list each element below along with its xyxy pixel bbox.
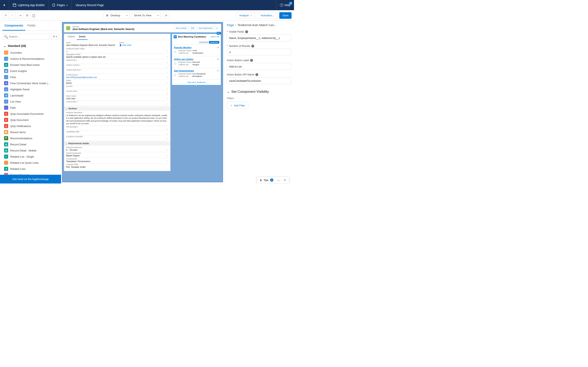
component-item[interactable]: ≣Related Lists xyxy=(2,166,59,172)
component-item[interactable]: 🔗Related List Quick Links xyxy=(2,160,59,166)
component-item[interactable]: ▤Record Detail xyxy=(2,141,59,147)
visibility-toggle[interactable]: ⌄ Set Component Visibility xyxy=(227,90,291,94)
edit-pencil-icon[interactable]: ✎ xyxy=(167,149,168,151)
component-item[interactable]: ≡Related List - Single xyxy=(2,154,59,160)
edit-pencil-icon[interactable]: ✎ xyxy=(167,50,168,52)
visible-fields-input[interactable] xyxy=(227,34,291,42)
resize-handle-icon[interactable] xyxy=(196,84,197,86)
component-item[interactable]: ≡Accordion xyxy=(2,50,59,56)
edit-pencil-icon[interactable]: ✎ xyxy=(167,56,168,58)
component-item[interactable]: ≡List View xyxy=(2,99,59,105)
minimize-icon[interactable]: — xyxy=(277,178,280,182)
component-item[interactable]: ⊞Flow Orchestrator Work Guide (... xyxy=(2,80,59,86)
back-button[interactable] xyxy=(0,0,9,10)
delete-component-icon[interactable]: 🗑 xyxy=(220,32,221,35)
analyze-button[interactable]: Analyze ⚠ xyxy=(236,12,255,19)
component-item[interactable]: ▤Record Detail - Mobile xyxy=(2,147,59,154)
breadcrumb-page-link[interactable]: Page xyxy=(227,23,234,27)
component-item[interactable]: ▦Event Insights xyxy=(2,68,59,74)
edit-pencil-icon[interactable]: ✎ xyxy=(167,82,168,84)
component-item[interactable]: ★Einstein Next Best Action xyxy=(2,62,59,68)
help-button[interactable]: ? Help 3 xyxy=(276,0,294,10)
candidate-name-link[interactable]: Arthur van Zanten xyxy=(174,58,219,60)
action-edit[interactable]: Edit xyxy=(189,26,196,30)
edit-pencil-icon[interactable]: ✎ xyxy=(167,98,168,100)
move-handle-icon[interactable]: ✥ xyxy=(217,32,220,35)
edit-pencil-icon[interactable]: ✎ xyxy=(167,133,168,135)
resize-handle-icon[interactable] xyxy=(196,33,197,34)
edit-pencil-icon[interactable]: ✎ xyxy=(167,160,168,162)
action-label-input[interactable] xyxy=(227,63,291,70)
edit-pencil-icon[interactable]: ✎ xyxy=(167,67,168,68)
component-item[interactable]: QQuip Associated Documents xyxy=(2,111,59,117)
settings-gear-button[interactable]: ⚙ ▾ xyxy=(51,33,59,40)
edit-pencil-icon[interactable]: ✎ xyxy=(167,114,168,117)
section-toggle[interactable]: ⌄Requirements details xyxy=(64,141,170,146)
edit-pencil-icon[interactable]: ✎ xyxy=(167,92,168,95)
action-new-contact[interactable]: New Contact xyxy=(174,26,189,30)
component-item[interactable]: ▭Highlights Panel xyxy=(2,86,59,92)
record-detail-component[interactable]: Related Details Name Java Software Engin… xyxy=(64,34,171,171)
textkernel-match-component[interactable]: ✥ 🗑 🔍 Best Matching Candidates Add to Li… xyxy=(172,34,221,85)
candidate-checkbox[interactable]: ✓ xyxy=(174,62,176,65)
copy-button[interactable]: ⧉ xyxy=(24,12,30,19)
edit-pencil-icon[interactable]: ✎ xyxy=(167,62,168,64)
activation-button[interactable]: Activation... xyxy=(258,12,277,19)
component-item[interactable]: ⊞Launchpad xyxy=(2,92,59,99)
pages-dropdown[interactable]: Pages ▾ xyxy=(49,0,71,10)
add-filter-button[interactable]: ＋ Add Filter xyxy=(227,102,248,109)
component-item[interactable]: 🕘Recent Items xyxy=(2,129,59,135)
paste-button[interactable]: 📋 xyxy=(30,12,37,19)
component-item[interactable]: »Path xyxy=(2,105,59,111)
info-icon[interactable]: i xyxy=(250,59,253,62)
candidate-item[interactable]: Abit Higginbotham ✓ Employer NameCar Inf… xyxy=(172,68,221,79)
contact-email-link[interactable]: test-nf25q2wualo3@example.com xyxy=(66,76,97,78)
close-icon[interactable]: ✕ xyxy=(284,178,286,182)
edit-pencil-icon[interactable]: ✎ xyxy=(167,138,168,140)
candidate-checkbox[interactable]: ✓ xyxy=(174,51,176,53)
search-input[interactable] xyxy=(2,33,50,40)
candidate-item[interactable]: Pamella Woolley ✓ Employer NameAvnet Add… xyxy=(172,44,221,56)
section-standard-toggle[interactable]: ⌄ Standard (28) xyxy=(0,42,61,50)
tab-related[interactable]: Related xyxy=(66,34,77,40)
save-button[interactable]: Save xyxy=(279,12,292,19)
refresh-button[interactable]: ⟳ xyxy=(163,12,169,19)
candidate-item[interactable]: Arthur van Zanten ✓ Employer NameMicroso… xyxy=(172,56,221,68)
component-item[interactable]: ⇢Flow xyxy=(2,74,59,80)
view-all-link[interactable]: View all in Textkernel xyxy=(172,79,221,85)
app-builder-crumb[interactable]: Lightning App Builder xyxy=(9,0,49,10)
component-item[interactable]: ⋮≡Actions & Recommendations xyxy=(2,56,59,62)
add-to-list-link[interactable]: Add to List xyxy=(210,36,219,38)
undo-button[interactable]: ↶ xyxy=(2,12,9,19)
device-dropdown[interactable]: 🖥 Desktop ▾ xyxy=(104,12,130,19)
component-item[interactable]: QQuip Document xyxy=(2,117,59,123)
cut-button[interactable]: ✂ xyxy=(17,12,24,19)
edit-pencil-icon[interactable]: ✎ xyxy=(167,128,168,130)
candidate-name-link[interactable]: Abit Higginbotham xyxy=(174,69,219,72)
edit-pencil-icon[interactable]: ✎ xyxy=(167,76,168,78)
action-api-input[interactable] xyxy=(227,77,291,84)
info-icon[interactable]: i xyxy=(245,30,248,33)
owner-link[interactable]: User User xyxy=(122,44,131,46)
tab-details[interactable]: Details xyxy=(77,34,87,40)
tab-fields[interactable]: Fields xyxy=(25,21,38,31)
edit-pencil-icon[interactable]: ✎ xyxy=(113,44,115,46)
appexchange-link[interactable]: Get more on the AppExchange xyxy=(0,175,61,184)
tips-popover[interactable]: ⊕ Tips 3 — ✕ xyxy=(257,176,289,184)
edit-pencil-icon[interactable]: ✎ xyxy=(167,71,168,73)
highlights-panel[interactable]: Vacancy Java Software Engineer (Back-end… xyxy=(64,24,221,33)
candidate-checkbox[interactable]: ✓ xyxy=(174,74,176,76)
component-item[interactable]: 💡Recommendations xyxy=(2,135,59,141)
component-item[interactable]: QQuip Notifications xyxy=(2,123,59,129)
section-toggle[interactable]: ⌄Sections xyxy=(64,106,170,111)
edit-pencil-icon[interactable]: ✎ xyxy=(167,155,168,157)
action-more[interactable]: ▾ xyxy=(215,26,219,30)
num-results-input[interactable] xyxy=(227,49,291,56)
info-icon[interactable]: i xyxy=(255,73,258,76)
zoom-dropdown[interactable]: Shrink To View ▾ xyxy=(132,12,161,19)
tab-components[interactable]: Components xyxy=(2,21,25,31)
action-new-opportunity[interactable]: New Opportunity xyxy=(197,26,214,30)
info-icon[interactable]: i xyxy=(251,45,254,48)
component-item[interactable]: ▭Related Record xyxy=(2,172,59,175)
candidate-name-link[interactable]: Pamella Woolley xyxy=(174,46,219,49)
